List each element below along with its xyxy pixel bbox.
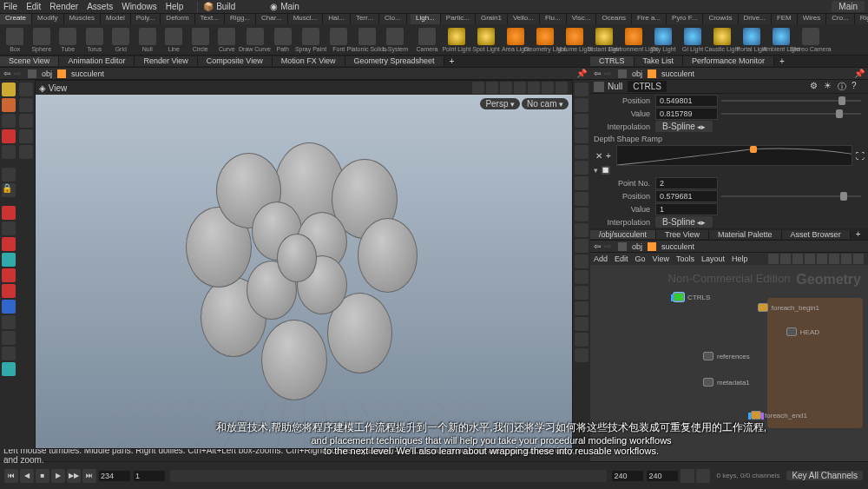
tool-icon[interactable]	[2, 221, 16, 235]
obj-icon[interactable]	[618, 69, 627, 78]
net-menu-help[interactable]: Help	[732, 254, 748, 263]
arrow-icon[interactable]	[2, 83, 16, 96]
display-icon[interactable]	[575, 270, 589, 284]
display-icon[interactable]	[575, 208, 589, 221]
net-menu-go[interactable]: Go	[635, 254, 646, 263]
add-pane-tab[interactable]: +	[851, 229, 866, 239]
tool-icon[interactable]	[2, 237, 16, 251]
sun-icon[interactable]: ☀	[824, 81, 836, 93]
tool-icon[interactable]	[2, 129, 16, 143]
net-tool-icon[interactable]	[817, 254, 827, 264]
display-icon[interactable]	[575, 114, 589, 128]
shelf-tool[interactable]: Sky Light	[649, 26, 677, 54]
shelf-tab[interactable]: Rigi...	[855, 14, 868, 24]
shelf-tab[interactable]: Drive...	[739, 14, 772, 24]
net-tool-icon[interactable]	[829, 254, 839, 264]
pin-icon[interactable]: 📌	[576, 69, 587, 78]
tool-icon[interactable]	[2, 253, 16, 267]
shelf-tab[interactable]: Modify	[32, 14, 64, 24]
viewport-3d[interactable]: Persp ▾ No cam ▾	[36, 95, 572, 448]
menu-file[interactable]: File	[3, 2, 17, 11]
shelf-tool[interactable]: GI Light	[679, 26, 707, 54]
shelf-tab[interactable]: Grain1	[476, 14, 508, 24]
net-tab[interactable]: Tree View	[656, 230, 709, 239]
interp-dropdown[interactable]: B-Spline ◂▸	[655, 121, 713, 132]
node-foreach-begin[interactable]: foreach_begin1	[758, 303, 819, 312]
shelf-tool[interactable]: Environment Light	[620, 26, 648, 54]
net-tool-icon[interactable]	[780, 254, 791, 264]
shelf-tool[interactable]: Grid	[108, 26, 134, 54]
path-back-icon[interactable]: ⇦	[594, 241, 601, 251]
path-obj[interactable]: obj	[628, 69, 646, 78]
tool-icon[interactable]	[2, 206, 16, 220]
tool-icon[interactable]	[2, 315, 16, 329]
pane-tab[interactable]: Composite View	[198, 56, 273, 66]
path-fwd-icon[interactable]: ⇨	[14, 69, 21, 78]
network-view[interactable]: Non-Commercial Edition Geometry CTRLS fo…	[590, 265, 868, 461]
geo-icon[interactable]	[648, 242, 656, 251]
shelf-tab[interactable]: FEM	[772, 14, 798, 24]
shelf-tab[interactable]: Text...	[195, 14, 225, 24]
pane-tab[interactable]: Animation Editor	[59, 56, 135, 66]
net-tab[interactable]: /obj/succulent	[590, 230, 656, 239]
snap-icon[interactable]	[19, 98, 33, 112]
radial-main[interactable]: ◉ Main	[270, 2, 307, 11]
net-tool-icon[interactable]	[853, 254, 864, 264]
net-menu-layout[interactable]: Layout	[701, 254, 725, 263]
param-slider[interactable]	[721, 96, 861, 105]
node-name-field[interactable]: CTRLS	[628, 81, 667, 92]
first-frame-button[interactable]: ⏮	[4, 469, 18, 483]
shelf-tab[interactable]: Poly...	[131, 14, 161, 24]
path-back-icon[interactable]: ⇦	[594, 69, 601, 78]
shelf-tab[interactable]: Fire a...	[632, 14, 667, 24]
node-metadata[interactable]: metadata1	[703, 378, 750, 387]
shelf-tool[interactable]: Caustic Light	[708, 26, 736, 54]
path-back-icon[interactable]: ⇦	[3, 69, 10, 78]
shelf-tool[interactable]: Spray Paint	[297, 26, 325, 54]
display-icon[interactable]	[575, 176, 589, 190]
ramp-expand-icon[interactable]: ⛶	[856, 151, 865, 161]
node-ctrls[interactable]: CTRLS	[674, 293, 710, 301]
display-icon[interactable]	[575, 98, 589, 112]
snap-icon[interactable]	[19, 83, 33, 96]
display-icon[interactable]	[575, 83, 589, 96]
param-field[interactable]: 2	[655, 177, 718, 189]
display-icon[interactable]	[575, 129, 589, 143]
display-icon[interactable]	[575, 333, 589, 347]
net-menu-edit[interactable]: Edit	[615, 254, 628, 263]
shelf-tab[interactable]: Visc...	[567, 14, 597, 24]
menu-assets[interactable]: Assets	[87, 2, 113, 11]
shelf-tool[interactable]: Circle	[188, 26, 214, 54]
shelf-tool[interactable]: Platonic Solids	[353, 26, 381, 54]
pane-tab-ctrls[interactable]: CTRLS	[590, 56, 635, 66]
pane-tab[interactable]: Geometry Spreadsheet	[345, 56, 444, 66]
display-icon[interactable]	[575, 192, 589, 206]
tool-icon[interactable]	[2, 268, 16, 282]
pane-tab[interactable]: Performance Monitor	[683, 56, 774, 66]
param-field[interactable]: 0.815789	[655, 108, 718, 120]
shelf-tool[interactable]: Camera	[413, 26, 441, 54]
menu-render[interactable]: Render	[49, 2, 78, 11]
shelf-tool[interactable]: L-System	[383, 26, 409, 54]
shelf-tab-lights[interactable]: Ligh...	[411, 14, 441, 24]
end-frame-field[interactable]: 240	[612, 471, 643, 481]
add-pane-tab[interactable]: +	[774, 56, 790, 66]
path-fwd-icon[interactable]: ⇨	[604, 241, 611, 251]
shelf-tool[interactable]: Portal Light	[738, 26, 766, 54]
obj-icon[interactable]	[618, 242, 627, 251]
snap-icon[interactable]	[19, 129, 33, 143]
param-slider[interactable]	[721, 192, 861, 201]
shelf-tab[interactable]: Clo...	[379, 14, 407, 24]
end-frame-field2[interactable]: 240	[647, 471, 678, 481]
param-slider[interactable]	[721, 109, 861, 118]
key-all-button[interactable]: Key All Channels	[786, 471, 863, 480]
add-pane-tab[interactable]: +	[444, 56, 460, 66]
display-icon[interactable]	[575, 161, 589, 175]
pin-icon[interactable]: 📌	[854, 69, 865, 78]
shelf-tab[interactable]: Partic...	[441, 14, 476, 24]
geo-icon[interactable]	[57, 69, 66, 78]
select-icon[interactable]	[2, 98, 16, 112]
pane-tab[interactable]: Motion FX View	[273, 56, 345, 66]
node-references[interactable]: references	[703, 352, 750, 360]
net-menu-tools[interactable]: Tools	[676, 254, 694, 263]
